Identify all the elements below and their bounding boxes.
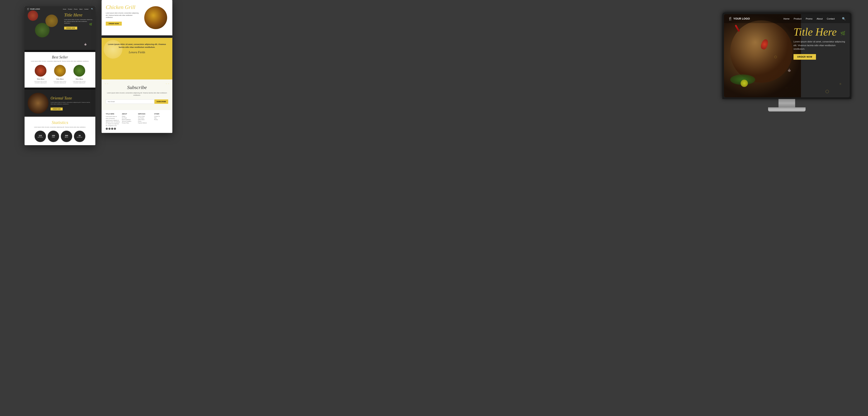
deco-dash-2: - - <box>166 82 169 86</box>
lm-statistics: Statistics Lorem ipsum dolor sit amet, c… <box>25 117 95 145</box>
footer-link-privacy[interactable]: Privacy Policy <box>122 122 136 124</box>
product-title-1: Title Here <box>37 78 44 80</box>
lm-nav-about[interactable]: About <box>79 8 83 10</box>
footer-col-2: ABOUT History Our Team Brand Guidelines … <box>122 113 136 130</box>
cm-order-button[interactable]: ORDER NOW <box>106 22 122 26</box>
product-item-1: Title Here Lorem ipsum dolor sit amet, c… <box>32 64 50 84</box>
monitor-inner: 🍴 YOUR LOGO Home Product Promo About Con… <box>724 14 850 97</box>
lm-food-bg <box>25 6 66 50</box>
cm-brush <box>101 35 172 38</box>
footer-about-heading: ABOUT <box>122 113 136 115</box>
rm-fork-knife-icon: 🍴 <box>728 17 732 21</box>
footer-about-text: Lorem ipsum dolor sit amet, consectetur … <box>106 116 120 127</box>
cm-chicken-desc: Lorem ipsum dolor sit amet, consectetur … <box>106 12 139 19</box>
garlic-icon: 🧄 <box>84 43 87 46</box>
lm-logo-text: YOUR LOGO <box>30 8 40 10</box>
lm-nav-contact[interactable]: Contact <box>84 8 89 10</box>
lm-nav-home[interactable]: Home <box>63 8 66 10</box>
cm-hero: Chicken Grill Lorem ipsum dolor sit amet… <box>101 0 172 33</box>
monitor-stand-base <box>768 107 806 111</box>
cm-food-image <box>144 6 167 29</box>
facebook-icon[interactable]: f <box>108 128 111 130</box>
footer-link-terms[interactable]: Terms & Condition <box>122 121 136 122</box>
stat-num-menu: 300 <box>65 135 68 137</box>
monitor-screen: 🍴 YOUR LOGO Home Product Promo About Con… <box>722 12 851 99</box>
cm-yellow-section: Lorem ipsum dolor sit amet, consectetur … <box>101 38 172 79</box>
rm-deco-dots: · · <box>785 87 787 89</box>
subscribe-form: SUBSCRIBE <box>106 99 168 104</box>
stat-chef: 100 CHEF <box>48 131 59 142</box>
rm-deco-circle-1 <box>826 90 829 93</box>
rm-nav-contact[interactable]: Contact <box>827 18 835 20</box>
stat-label-menu: MENU <box>65 137 68 138</box>
rm-nav-product[interactable]: Product <box>794 18 802 20</box>
footer-link-order-status[interactable]: Order Status <box>138 119 152 120</box>
footer-link-promo[interactable]: Promo <box>138 121 152 122</box>
rm-nav-promo[interactable]: Promo <box>806 18 812 20</box>
leaf-icon-1: 🌿 <box>89 23 92 26</box>
social-icons: i f t p <box>106 128 120 130</box>
lm-nav-product[interactable]: Product <box>68 8 72 10</box>
stat-country: 30 COUNTRY <box>74 131 85 142</box>
footer-link-privacy-other[interactable]: Privacy <box>154 119 168 120</box>
footer-link-how-to-order[interactable]: How to Order <box>138 116 152 117</box>
stat-menu: 300 MENU <box>61 131 72 142</box>
rm-hero: 🍴 YOUR LOGO Home Product Promo About Con… <box>724 14 850 97</box>
lm-nav-promo[interactable]: Promo <box>74 8 78 10</box>
rm-logo-text: YOUR LOGO <box>733 17 750 20</box>
stat-label-country: COUNTRY <box>77 137 83 138</box>
footer-col-3: SERVICES How to Order Our Product Order … <box>138 113 152 130</box>
rm-order-button[interactable]: ORDER NOW <box>794 54 816 60</box>
pinterest-icon[interactable]: p <box>114 128 116 130</box>
footer-link-our-product[interactable]: Our Product <box>138 117 152 119</box>
best-seller-title: Best Seller <box>28 55 92 60</box>
search-icon[interactable]: 🔍 <box>91 8 93 10</box>
rm-search-icon[interactable]: 🔍 <box>842 17 845 21</box>
rm-nav-about[interactable]: About <box>816 18 823 20</box>
email-input[interactable] <box>106 99 154 104</box>
product-title-2: Title Here <box>56 78 64 80</box>
lm-hero-desc: Lorem ipsum dolor sit amet, consectetur … <box>64 19 93 24</box>
stats-row: 123 OUTLETS 100 CHEF 300 MENU 30 COUNTRY <box>28 131 92 142</box>
oriental-title: Oriental Taste <box>51 96 92 100</box>
deco-dash-1: - - <box>105 82 108 86</box>
product-title-3: Title Here <box>75 78 83 80</box>
stats-title: Statistics <box>28 120 92 125</box>
lm-hero-content: Title Here Lorem ipsum dolor sit amet, c… <box>64 12 93 30</box>
oriental-order-button[interactable]: ORDER NOW <box>51 107 63 110</box>
monitor-stand-neck <box>778 99 795 107</box>
product-item-2: Title Here Lorem ipsum dolor sit amet, c… <box>51 64 69 84</box>
instagram-icon[interactable]: i <box>106 128 108 130</box>
product-desc-3: Lorem ipsum dolor sit amet, consectetur … <box>70 81 88 84</box>
stat-num-chef: 100 <box>52 135 55 137</box>
footer-link-contact[interactable]: Contact Us <box>154 116 168 117</box>
footer-link-history[interactable]: History <box>122 116 136 117</box>
footer-link-help[interactable]: Help <box>154 117 168 119</box>
subscribe-button[interactable]: SUBSCRIBE <box>154 99 168 104</box>
rm-hero-desc: Lorem ipsum dolor sit amet, consectetur … <box>794 40 845 51</box>
twitter-icon[interactable]: t <box>111 128 113 130</box>
product-desc-1: Lorem ipsum dolor sit amet, consectetur … <box>32 81 50 84</box>
rm-hero-content: Title Here Lorem ipsum dolor sit amet, c… <box>794 27 845 60</box>
footer-link-payment[interactable]: Payment Method <box>138 122 152 124</box>
rm-deco-circle-2 <box>774 56 777 58</box>
stat-num-country: 30 <box>79 135 81 137</box>
rm-deco-leaf: 🌿 <box>840 31 845 36</box>
rm-nav-links: Home Product Promo About Contact 🔍 <box>783 17 845 21</box>
lm-nav: 🍴 YOUR LOGO Home Product Promo About Con… <box>25 8 95 10</box>
rm-logo: 🍴 YOUR LOGO <box>728 17 783 21</box>
rm-nav-home[interactable]: Home <box>783 18 789 20</box>
stat-label-chef: CHEF <box>52 137 55 138</box>
lm-order-button[interactable]: ORDER NOW <box>64 27 77 30</box>
footer-col-about: TITLE HERE Lorem ipsum dolor sit amet, c… <box>106 113 120 130</box>
brush-divider <box>25 50 95 52</box>
products-row: Title Here Lorem ipsum dolor sit amet, c… <box>28 64 92 84</box>
product-img-2 <box>54 64 66 77</box>
stat-outlets: 123 OUTLETS <box>35 131 46 142</box>
footer-link-team[interactable]: Our Team <box>122 117 136 119</box>
rm-nav: 🍴 YOUR LOGO Home Product Promo About Con… <box>724 14 850 23</box>
rm-lime <box>741 80 748 87</box>
cm-testimonial-author: Lenora Fields <box>106 51 168 54</box>
footer-link-brand[interactable]: Brand Guidelines <box>122 119 136 120</box>
oriental-row: Oriental Taste Lorem ipsum dolor sit ame… <box>28 93 92 114</box>
